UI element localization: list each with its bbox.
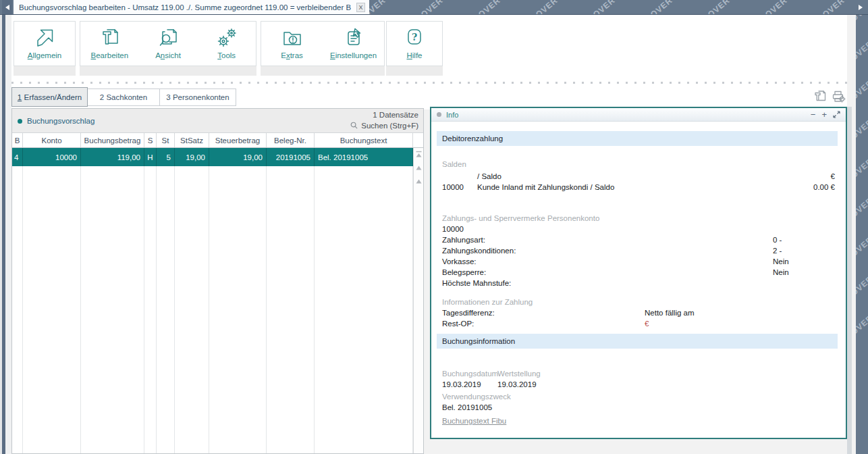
document-tab-bar: OVEROVEROVEROVEROVEROVEROVEROVEROVEROVER… <box>0 0 868 15</box>
column-header[interactable]: Beleg-Nr. <box>267 133 315 147</box>
wertstellung-value: 19.03.2019 <box>497 380 537 390</box>
arrow-up-right-icon <box>32 26 57 50</box>
cell-buchungstext: Bel. 20191005 <box>315 148 413 166</box>
tab-erfassen-aendern[interactable]: 1 Erfassen/Ändern <box>11 87 88 107</box>
tab-scroll-left-button[interactable] <box>2 0 12 14</box>
toolbar-group-allgemein: Allgemein <box>13 21 76 66</box>
cell-s: H <box>144 148 157 166</box>
bearbeiten-menu-button[interactable]: Bearbeiten <box>80 22 139 66</box>
scroll-up-icon[interactable] <box>415 164 423 172</box>
info-panel-controls: − + <box>811 110 840 119</box>
einstellungen-menu-button[interactable]: Einstellungen <box>323 22 384 66</box>
tab-personenkonten[interactable]: 3 Personenkonten <box>159 89 236 106</box>
application-window: OVEROVEROVEROVEROVEROVEROVEROVEROVEROVER… <box>0 0 868 454</box>
rest-op-currency: € <box>645 319 649 329</box>
column-header[interactable]: Konto <box>23 133 81 147</box>
grid-header-row: B Konto Buchungsbetrag S St StSatz Steue… <box>12 133 423 148</box>
column-header[interactable]: Buchungsbetrag <box>81 133 144 147</box>
document-tab-title: Buchungsvorschlag bearbeiten - Umsatz 11… <box>19 3 351 11</box>
print-settings-icon[interactable] <box>832 89 846 103</box>
left-gutter <box>5 15 11 454</box>
search-control[interactable]: Suchen (Strg+F) <box>350 121 418 130</box>
document-tab[interactable]: Buchungsvorschlag bearbeiten - Umsatz 11… <box>13 0 369 14</box>
section-heading: Informationen zur Zahlung <box>442 297 533 307</box>
cell-beleg-nr: 20191005 <box>267 148 315 166</box>
svg-text:?: ? <box>412 32 417 43</box>
table-row-selected[interactable]: 4 10000 119,00 H 5 19,00 19,00 20191005 … <box>12 148 423 166</box>
cell-st: 5 <box>157 148 175 166</box>
toolbar-item-label: Ansicht <box>155 51 181 59</box>
toolbar-item-label: Einstellungen <box>330 51 377 59</box>
saldo-row: / Saldo € <box>431 172 846 182</box>
gears-icon <box>215 26 239 50</box>
toolbar-group-hilfe: ? Hilfe <box>386 21 443 66</box>
record-count: 1 Datensätze <box>373 111 418 119</box>
folder-alert-icon <box>280 26 304 50</box>
column-header[interactable]: S <box>144 133 157 147</box>
cell-buchungsbetrag: 119,00 <box>81 148 144 166</box>
kv-row: Belegsperre:Nein <box>431 268 846 278</box>
column-header[interactable]: Steuerbetrag <box>209 133 267 147</box>
question-icon: ? <box>402 26 427 50</box>
toolbar-group-footer <box>13 66 76 76</box>
scroll-to-top-icon[interactable] <box>415 151 423 158</box>
hilfe-menu-button[interactable]: ? Hilfe <box>387 22 442 66</box>
kv-row: Vorkasse:Nein <box>431 257 846 267</box>
scroll-up-icon[interactable] <box>415 178 423 185</box>
right-edge-watermark-strip: OVEROVEROVEROVEROVEROVEROVEROVEROVER <box>856 0 868 454</box>
field-label: Wertstellung <box>497 369 541 379</box>
close-icon[interactable]: x <box>356 3 365 12</box>
column-header[interactable]: StSatz <box>175 133 209 147</box>
toolbar-item-label: Hilfe <box>406 51 422 59</box>
dotted-separator <box>11 82 847 84</box>
panel-status-dot-icon <box>18 119 22 124</box>
print-design-icon[interactable] <box>813 89 827 103</box>
minimize-icon[interactable]: − <box>811 110 816 119</box>
saldo-row: 10000 Kunde Inland mit Zahlungskondi / S… <box>431 182 846 193</box>
magnifier-pages-icon <box>156 26 180 50</box>
field-label: Verwendungszweck <box>442 392 511 402</box>
expand-icon[interactable] <box>833 111 840 118</box>
buchungstext-fibu-link[interactable]: Buchungstext Fibu <box>442 416 506 426</box>
grid-vertical-scrollbar[interactable] <box>413 148 423 453</box>
toolbar-group-footer <box>80 66 256 76</box>
header-spacer <box>413 133 423 147</box>
column-header[interactable]: B <box>12 133 23 147</box>
toolbar-item-label: Bearbeiten <box>91 51 129 59</box>
search-icon <box>350 121 358 130</box>
text-document-icon <box>97 26 121 50</box>
maximize-icon[interactable]: + <box>821 110 827 119</box>
toolbar-item-label: Extras <box>281 51 303 59</box>
cell-konto: 10000 <box>23 148 81 166</box>
buchungsdatum-value: 19.03.2019 <box>442 380 481 390</box>
allgemein-menu-button[interactable]: Allgemein <box>14 22 75 66</box>
kv-row: Zahlungsart:0 - <box>431 235 846 245</box>
tab-scroll-right-button[interactable] <box>856 0 865 14</box>
column-header[interactable]: Buchungstext <box>315 133 413 147</box>
konto-number: 10000 <box>442 224 464 234</box>
grid-caption-bar: Buchungsvorschlag 1 Datensätze Suchen (S… <box>12 109 423 133</box>
section-heading: Zahlungs- und Sperrvermerke Personenkont… <box>442 213 599 224</box>
toolbar-group-bearbeiten: Bearbeiten Ansicht Tools <box>80 21 256 66</box>
hand-form-icon <box>342 26 366 50</box>
toolbar-item-label: Allgemein <box>28 51 62 59</box>
toolbar-group-extras: Extras Einstellungen <box>261 21 385 66</box>
toolbar-item-label: Tools <box>217 51 236 59</box>
tools-menu-button[interactable]: Tools <box>197 22 256 66</box>
cell-steuerbetrag: 19,00 <box>209 148 267 166</box>
field-label: Buchungsdatum <box>442 369 498 379</box>
watermark-pattern: OVEROVEROVEROVEROVEROVEROVEROVEROVER <box>856 7 868 330</box>
extras-menu-button[interactable]: Extras <box>261 22 323 66</box>
kv-row: Rest-OP:€ <box>431 319 846 329</box>
cell-b: 4 <box>12 148 23 166</box>
toolbar-group-footer <box>261 66 385 76</box>
info-panel: Info − + Debitorenzahlung Salden / Saldo… <box>430 107 847 439</box>
panel-status-dot-icon <box>437 112 441 117</box>
toolbar-group-footer <box>386 66 443 76</box>
info-panel-titlebar[interactable]: Info − + <box>431 108 846 122</box>
grid-empty-area[interactable] <box>12 166 423 453</box>
ansicht-menu-button[interactable]: Ansicht <box>139 22 198 66</box>
column-header[interactable]: St <box>157 133 175 147</box>
section-band-debitorenzahlung: Debitorenzahlung <box>437 131 838 146</box>
tab-sachkonten[interactable]: 2 Sachkonten <box>87 89 160 106</box>
